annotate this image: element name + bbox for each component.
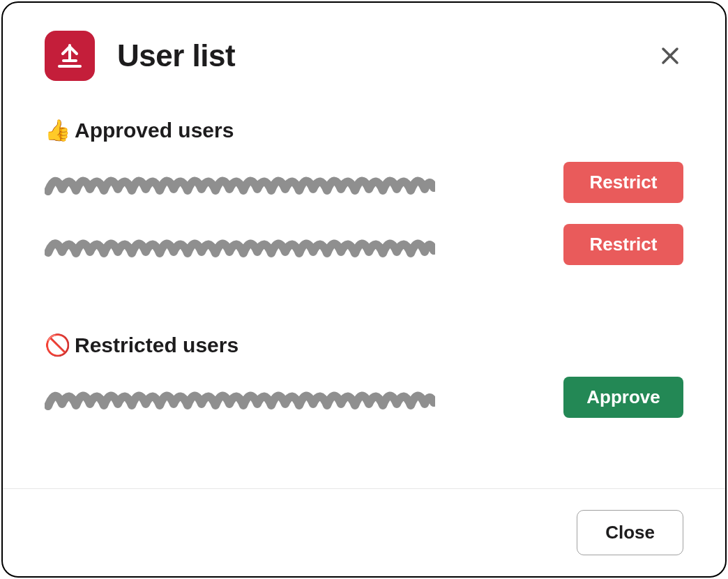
close-icon (659, 45, 681, 67)
restrict-button[interactable]: Restrict (563, 162, 683, 203)
thumbs-up-icon: 👍 (45, 120, 70, 141)
app-logo-icon (45, 31, 95, 81)
modal-title: User list (117, 38, 653, 73)
redacted-user-name (45, 382, 435, 414)
modal-footer: Close (3, 488, 725, 576)
restrict-button[interactable]: Restrict (563, 224, 683, 265)
restricted-users-heading-text: Restricted users (75, 333, 238, 357)
approve-button[interactable]: Approve (563, 377, 683, 418)
user-list-modal: User list 👍 Approved users Restrict (1, 1, 727, 578)
close-button[interactable]: Close (577, 510, 683, 555)
approved-user-row: Restrict (45, 224, 683, 265)
redacted-user-name (45, 167, 435, 199)
close-icon-button[interactable] (653, 39, 687, 73)
restricted-users-heading: 🚫 Restricted users (45, 333, 683, 357)
approved-users-heading-text: Approved users (75, 119, 234, 142)
no-entry-icon: 🚫 (45, 335, 70, 356)
modal-header: User list (3, 3, 725, 95)
approved-user-row: Restrict (45, 162, 683, 203)
approved-users-heading: 👍 Approved users (45, 119, 683, 142)
modal-body: 👍 Approved users Restrict Restrict 🚫 Res… (3, 95, 725, 488)
restricted-user-row: Approve (45, 377, 683, 418)
redacted-user-name (45, 229, 435, 261)
